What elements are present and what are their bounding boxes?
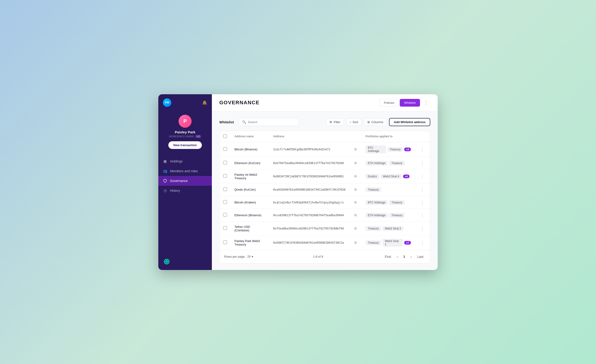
address-hash: 1Lbcfr7sAHTD9CgdQo3HTMTkV8LK4ZnX71 (273, 148, 330, 151)
plus-badge: +3 (404, 148, 411, 151)
page-info: 1-8 of 8 (313, 255, 323, 258)
portfolio-tags: BTC ArbitrageTreasury+3 (365, 145, 411, 153)
chevron-down-icon: ▾ (252, 255, 253, 258)
portfolio-tag: BTC Arbitrage (365, 200, 388, 205)
portfolio-tag: ETH Arbitrage (365, 161, 388, 165)
address-name: Paisley Park Web3 Treasury (234, 239, 260, 246)
row-checkbox[interactable] (223, 174, 227, 178)
row-menu-button[interactable]: ⋮ (418, 225, 426, 231)
top-bar: GOVERNANCE Policies Whitelist ⋮ (212, 94, 438, 111)
whitelist-table: Address name Address Portfolios applied … (219, 131, 430, 263)
portfolio-tags: TreasuryWeb3 Strat 1+7 (365, 239, 411, 247)
add-whitelist-button[interactable]: Add Whitelist address (389, 118, 430, 126)
row-menu-button[interactable]: ⋮ (418, 146, 426, 152)
rows-per-page-label: Rows per page: (224, 255, 245, 258)
address-hash: bcqtzq2n0yrf2493p83kkfjhx0wlh1qxy2kgdygj… (273, 201, 344, 204)
row-menu-button[interactable]: ⋮ (418, 212, 426, 218)
row-checkbox[interactable] (223, 200, 227, 204)
last-page-button[interactable]: Last (416, 254, 425, 260)
select-all-checkbox[interactable] (223, 134, 227, 138)
table-row: Ethereum (KuCoin)0xb794f5ea0ba39494ce839… (220, 157, 430, 170)
row-menu-button[interactable]: ⋮ (418, 187, 426, 193)
section-label: Whitelist (219, 120, 234, 124)
row-checkbox[interactable] (223, 147, 227, 151)
address-hash: 0xE807C70Cd703092b946f62a49509D1D034739C… (273, 241, 344, 244)
shield-icon (163, 179, 167, 183)
row-menu-button[interactable]: ⋮ (418, 173, 426, 179)
tab-whitelist[interactable]: Whitelist (400, 99, 420, 107)
copy-address-button[interactable]: ⧉ (353, 147, 358, 152)
sidebar-item-label: History (170, 189, 180, 193)
row-checkbox[interactable] (223, 240, 227, 244)
toolbar-actions: ⚙ Filter ↕ Sort ⊞ Columns Add Whitelist … (326, 118, 430, 126)
table-row: Paisley Park Web3 Treasury0xE807C70Cd703… (220, 235, 430, 250)
avatar: P (179, 115, 192, 128)
address-name: Ethereum (Binance) (234, 213, 261, 217)
new-transaction-button[interactable]: New transaction (168, 141, 202, 149)
address-hash: 0xb794f5ea0ba39494ce839613fffba742795792… (273, 162, 344, 165)
copy-address-button[interactable]: ⧉ (353, 174, 358, 179)
sort-button[interactable]: ↕ Sort (346, 118, 362, 126)
sidebar-item-governance[interactable]: Governance (158, 176, 212, 186)
row-checkbox[interactable] (223, 161, 227, 164)
tab-policies[interactable]: Policies (380, 99, 399, 107)
columns-button[interactable]: ⊞ Columns (364, 118, 387, 126)
sidebar-item-label: Holdings (170, 159, 183, 163)
table-row: Bitcoin (Kraken)bcqtzq2n0yrf2493p83kkfjh… (220, 196, 430, 209)
address-name: Bitcoin (Binance) (234, 148, 257, 151)
row-menu-button[interactable]: ⋮ (418, 200, 426, 206)
copy-address-button[interactable]: ⧉ (353, 240, 358, 245)
row-checkbox[interactable] (223, 187, 227, 191)
prev-page-button[interactable]: ‹ (395, 254, 400, 260)
plus-badge: +7 (404, 241, 411, 245)
search-icon: 🔍 (242, 120, 246, 124)
workspace-badge[interactable]: PR (163, 98, 171, 107)
portfolio-tags: ETH ArbitrageTreasury (365, 213, 411, 218)
sort-icon: ↕ (350, 120, 351, 124)
filter-button[interactable]: ⚙ Filter (326, 118, 344, 126)
holdings-icon: ▦ (163, 159, 167, 163)
pagination-bar: Rows per page: 25 ▾ 1-8 of 8 First ‹ 1 ›… (220, 250, 430, 263)
row-menu-button[interactable]: ⋮ (418, 160, 426, 166)
first-page-button[interactable]: First (383, 254, 393, 260)
filter-label: Filter (334, 120, 340, 124)
portfolio-tags: BTC ArbitrageTreasury (365, 200, 411, 205)
row-checkbox[interactable] (223, 213, 227, 217)
col-portfolios: Portfolios applied to (362, 131, 415, 142)
copy-address-button[interactable]: ⧉ (353, 200, 358, 205)
table-row: Tether USD (Coinbase)0xf5ea0ba39494ce839… (220, 222, 430, 235)
user-role: WORKSPACE ADMIN +3 (169, 135, 201, 138)
copy-address-button[interactable]: ⧉ (353, 161, 358, 165)
portfolio-tags: ETH ArbitrageTreasury (365, 161, 411, 165)
row-menu-button[interactable]: ⋮ (418, 240, 426, 246)
copy-address-button[interactable]: ⧉ (353, 226, 358, 231)
columns-icon: ⊞ (367, 120, 370, 124)
content-area: Whitelist 🔍 ⚙ Filter ↕ Sort ⊞ (212, 111, 438, 270)
rows-per-page-select[interactable]: 25 ▾ (247, 255, 253, 258)
search-input[interactable] (248, 120, 296, 124)
portfolio-tag: Treasury (365, 187, 381, 192)
page-title: GOVERNANCE (219, 100, 260, 106)
address-name: Qredo (KuCoin) (234, 188, 256, 191)
portfolio-tag: Treasury (365, 240, 381, 245)
next-page-button[interactable]: › (409, 254, 414, 260)
portfolio-tag: Treasury (387, 147, 403, 152)
address-hash: 0xce839613fffba74279579268b794f5ea0ba394… (273, 214, 344, 217)
sidebar-item-holdings[interactable]: ▦ Holdings (158, 156, 212, 166)
search-box[interactable]: 🔍 (239, 118, 299, 126)
toolbar: Whitelist 🔍 ⚙ Filter ↕ Sort ⊞ (219, 118, 430, 126)
more-options-button[interactable]: ⋮ (422, 99, 430, 106)
rows-per-page: Rows per page: 25 ▾ (224, 255, 253, 258)
bell-icon[interactable]: 🔔 (202, 100, 207, 105)
portfolio-tag: Treasury (365, 226, 381, 231)
sidebar-item-members-and-roles[interactable]: 👥 Members and roles (158, 166, 212, 176)
copy-address-button[interactable]: ⧉ (353, 187, 358, 192)
copy-address-button[interactable]: ⧉ (353, 213, 358, 218)
portfolio-tag: Web3 Strat 2 (382, 226, 403, 231)
sidebar-item-history[interactable]: ◷ History (158, 186, 212, 195)
row-checkbox[interactable] (223, 226, 227, 230)
page-nav: First ‹ 1 › Last (383, 254, 425, 260)
portfolio-tags: Treasury (365, 187, 411, 192)
address-hash: 0xD034739C2aE807C70Cd703092b946f62a49509… (273, 175, 344, 178)
address-name: Bitcoin (Kraken) (234, 201, 256, 204)
